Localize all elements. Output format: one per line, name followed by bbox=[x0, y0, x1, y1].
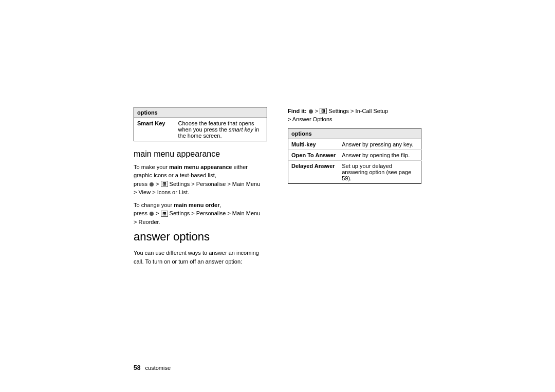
page-number: 58 bbox=[134, 364, 140, 371]
smart-key-value: Choose the feature that opens when you p… bbox=[175, 118, 267, 141]
footer-label: customise bbox=[145, 365, 171, 371]
answer-options-body: You can use different ways to answer an … bbox=[134, 249, 267, 266]
answer-options-heading: answer options bbox=[134, 230, 267, 244]
find-it-text: Find it: > ⊞ Settings > In-Call Setup > … bbox=[288, 107, 421, 124]
page-footer: 58 customise bbox=[134, 364, 171, 371]
page-container: options Smart Key Choose the feature tha… bbox=[0, 0, 555, 392]
table-row: Open To Answer Answer by opening the fli… bbox=[288, 150, 421, 160]
table-row: Smart Key Choose the feature that opens … bbox=[134, 118, 267, 141]
open-to-answer-value: Answer by opening the flip. bbox=[339, 150, 421, 160]
left-options-table: options Smart Key Choose the feature tha… bbox=[134, 107, 267, 141]
main-menu-para1: To make your main menu appearance either… bbox=[134, 163, 267, 197]
left-column: options Smart Key Choose the feature tha… bbox=[134, 107, 267, 270]
multi-key-value: Answer by pressing any key. bbox=[339, 139, 421, 150]
right-column: Find it: > ⊞ Settings > In-Call Setup > … bbox=[288, 107, 421, 192]
right-options-table: options Multi-key Answer by pressing any… bbox=[288, 128, 421, 184]
left-table-header: options bbox=[134, 107, 267, 118]
main-menu-heading: main menu appearance bbox=[134, 150, 267, 159]
smart-key-label: Smart Key bbox=[134, 118, 175, 141]
content-area: options Smart Key Choose the feature tha… bbox=[134, 97, 421, 281]
delayed-answer-label: Delayed Answer bbox=[288, 160, 339, 183]
right-table-header: options bbox=[288, 128, 421, 139]
table-row: Multi-key Answer by pressing any key. bbox=[288, 139, 421, 150]
multi-key-label: Multi-key bbox=[288, 139, 339, 150]
open-to-answer-label: Open To Answer bbox=[288, 150, 339, 160]
delayed-answer-value: Set up your delayed answering option (se… bbox=[339, 160, 421, 183]
main-menu-para2: To change your main menu order, press > … bbox=[134, 201, 267, 227]
table-row: Delayed Answer Set up your delayed answe… bbox=[288, 160, 421, 183]
